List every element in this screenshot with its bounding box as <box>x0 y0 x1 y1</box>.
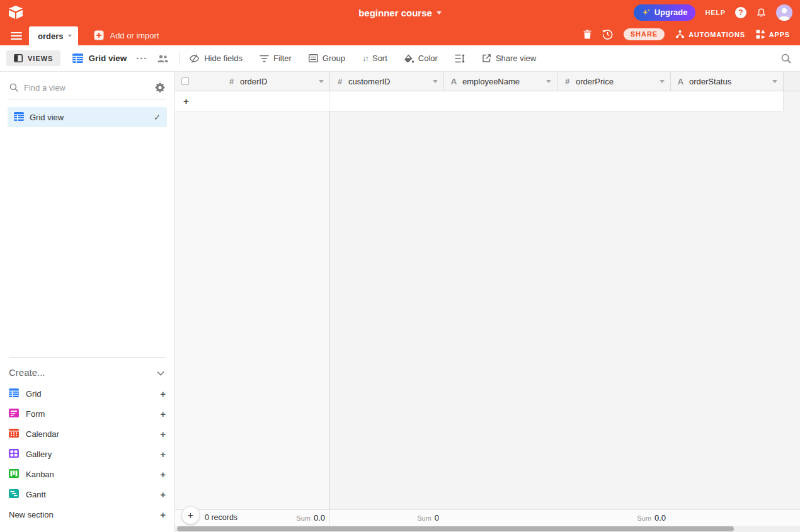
add-record-row[interactable]: + <box>175 91 784 111</box>
plus-icon: + <box>160 449 166 460</box>
color-button[interactable]: Color <box>404 54 438 63</box>
field-dropdown-icon[interactable] <box>660 80 665 83</box>
gear-icon[interactable] <box>155 82 165 93</box>
automations-button[interactable]: AUTOMATIONS <box>675 30 745 39</box>
find-view-input[interactable] <box>24 83 149 93</box>
select-all-checkbox[interactable] <box>181 77 189 85</box>
grid-view-area: # orderID # customerID A employeeName <box>175 72 800 532</box>
column-name: orderPrice <box>576 77 614 86</box>
hamburger-menu-icon[interactable] <box>11 32 22 40</box>
summary-sum-customerid[interactable]: Sum 0 <box>326 510 439 526</box>
table-tab-orders[interactable]: orders <box>29 26 78 45</box>
sidebar-panel-icon <box>14 54 23 62</box>
column-header-orderid[interactable]: # orderID <box>175 72 330 91</box>
topbar-right: Upgrade HELP ? <box>634 4 792 21</box>
gallery-view-icon <box>9 449 19 459</box>
create-view-list: Grid + Form + Calendar + <box>0 383 174 532</box>
hide-fields-eye-icon <box>189 54 200 63</box>
filter-button[interactable]: Filter <box>260 54 292 63</box>
base-title-menu[interactable]: beginner course <box>358 8 442 18</box>
field-name: # orderPrice <box>557 77 614 86</box>
search-icon[interactable] <box>781 54 791 64</box>
table-tab-label: orders <box>38 31 63 41</box>
views-sidebar-toggle[interactable]: VIEWS <box>6 50 60 66</box>
column-header-employeename[interactable]: A employeeName <box>444 72 557 91</box>
create-label: Create... <box>9 367 45 378</box>
grid-empty-area <box>175 111 800 509</box>
scrollbar-thumb[interactable] <box>177 526 734 531</box>
plus-icon: + <box>160 469 166 480</box>
new-section-button[interactable]: New section + <box>9 504 166 524</box>
plus-icon: + <box>160 388 166 399</box>
create-gallery-view[interactable]: Gallery + <box>9 444 166 464</box>
sidebar-view-grid-view[interactable]: Grid view ✓ <box>8 107 167 127</box>
sum-value: 0.0 <box>654 513 666 523</box>
field-dropdown-icon[interactable] <box>546 80 551 83</box>
notifications-bell-icon[interactable] <box>756 8 767 18</box>
create-section-toggle[interactable]: Create... <box>9 367 164 378</box>
create-calendar-view[interactable]: Calendar + <box>9 424 166 444</box>
field-name: A employeeName <box>444 77 520 86</box>
current-view-button[interactable]: Grid view <box>72 54 127 63</box>
field-dropdown-icon[interactable] <box>319 80 324 83</box>
apps-button[interactable]: APPS <box>756 30 790 39</box>
group-icon <box>309 54 318 62</box>
hide-fields-button[interactable]: Hide fields <box>189 54 243 63</box>
sum-label: Sum <box>637 514 651 522</box>
table-tab-chevron-icon[interactable] <box>68 35 72 37</box>
view-options-ellipsis-icon[interactable]: ··· <box>136 55 147 62</box>
views-sidebar: Grid view ✓ Create... Grid + <box>0 72 175 532</box>
create-item-label: Grid <box>26 389 42 399</box>
plus-icon: + <box>160 509 166 520</box>
number-field-icon: # <box>336 77 344 86</box>
summary-sum-orderprice[interactable]: Sum 0.0 <box>552 510 666 526</box>
calendar-view-icon <box>9 429 19 439</box>
add-record-button[interactable]: + <box>181 506 200 524</box>
create-form-view[interactable]: Form + <box>9 404 166 424</box>
add-or-import-label: Add or import <box>110 31 159 40</box>
upgrade-label: Upgrade <box>654 8 688 17</box>
column-header-orderprice[interactable]: # orderPrice <box>557 72 671 91</box>
search-icon <box>9 83 18 92</box>
help-button[interactable]: HELP <box>705 9 726 16</box>
row-height-button[interactable] <box>455 54 465 63</box>
sort-button[interactable]: ↓↑ Sort <box>362 54 387 63</box>
share-view-icon <box>482 54 491 63</box>
text-field-icon: A <box>677 77 685 86</box>
field-name: # orderID <box>222 77 267 86</box>
avatar[interactable] <box>776 4 792 21</box>
trash-icon[interactable] <box>583 30 591 39</box>
share-view-button[interactable]: Share view <box>482 54 536 63</box>
field-dropdown-icon[interactable] <box>772 80 777 83</box>
column-header-customerid[interactable]: # customerID <box>330 72 444 91</box>
share-button[interactable]: SHARE <box>624 28 665 40</box>
apps-label: APPS <box>769 31 790 38</box>
sort-label: Sort <box>372 54 387 63</box>
add-or-import-button[interactable]: Add or import <box>94 30 159 40</box>
upgrade-button[interactable]: Upgrade <box>634 4 696 21</box>
column-header-orderstatus[interactable]: A orderStatus <box>671 72 784 91</box>
collaborators-icon[interactable] <box>157 54 169 63</box>
chevron-down-icon <box>157 367 164 378</box>
group-button[interactable]: Group <box>309 54 345 63</box>
grid-view-icon <box>9 388 19 399</box>
create-kanban-view[interactable]: Kanban + <box>9 464 166 484</box>
help-question-icon[interactable]: ? <box>735 7 746 18</box>
toolbar-divider <box>179 52 180 65</box>
horizontal-scrollbar[interactable] <box>175 526 800 532</box>
filter-label: Filter <box>273 54 292 63</box>
filter-funnel-icon <box>260 55 269 62</box>
color-label: Color <box>418 54 438 63</box>
column-name: customerID <box>348 77 390 86</box>
history-icon[interactable] <box>602 29 613 40</box>
plus-icon: + <box>160 409 166 419</box>
create-gantt-view[interactable]: Gantt + <box>9 484 166 504</box>
column-name: orderStatus <box>689 77 731 86</box>
check-icon: ✓ <box>154 113 161 122</box>
create-grid-view[interactable]: Grid + <box>9 383 166 404</box>
column-name: orderID <box>240 77 267 86</box>
airtable-app: beginner course Upgrade HELP ? ord <box>0 0 800 532</box>
field-dropdown-icon[interactable] <box>433 80 438 83</box>
plus-icon: + <box>160 429 166 439</box>
color-bucket-icon <box>404 54 414 63</box>
